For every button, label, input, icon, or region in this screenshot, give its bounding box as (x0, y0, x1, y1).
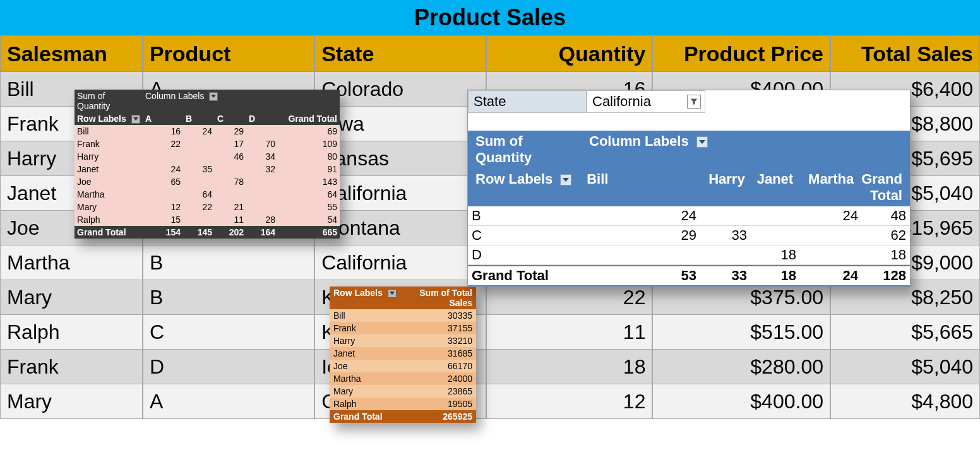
col-state[interactable]: State (314, 36, 486, 72)
table-row[interactable]: Martha6464 (75, 188, 340, 201)
table-row[interactable]: Mary12222155 (75, 201, 340, 213)
pivot-qty-california[interactable]: State California Sum of Quantity Column … (467, 90, 911, 287)
pivot-total-sales-by-salesman[interactable]: Row Labels Sum of Total Sales Bill30335F… (330, 287, 476, 423)
dropdown-icon[interactable] (560, 174, 571, 186)
table-row[interactable]: Frank37155 (330, 322, 476, 334)
table-row[interactable]: Ralph19505 (330, 398, 476, 410)
table-row[interactable]: C293362 (468, 226, 910, 245)
dropdown-icon[interactable] (696, 136, 708, 148)
filter-field[interactable]: State (468, 90, 587, 113)
pivot-qty-by-salesman-product[interactable]: Sum of Quantity Column Labels Row Labels… (75, 90, 340, 239)
table-row[interactable]: MaryAColorado12$400.00$4,800 (0, 384, 980, 419)
pivot1-row-label: Row Labels (77, 114, 126, 124)
table-row[interactable]: Bill30335 (330, 309, 476, 322)
dropdown-icon[interactable] (131, 115, 140, 124)
dropdown-icon[interactable] (388, 289, 397, 298)
pivot1-col-label: Column Labels (145, 91, 204, 101)
table-row[interactable]: Frank221770109 (75, 138, 340, 150)
table-row[interactable]: Janet31685 (330, 347, 476, 360)
table-row[interactable]: Janet24353291 (75, 163, 340, 175)
pivot1-sum-label: Sum of Quantity (75, 90, 143, 112)
col-price[interactable]: Product Price (652, 36, 830, 72)
table-row[interactable]: Bill16242969 (75, 125, 340, 138)
col-salesman[interactable]: Salesman (0, 36, 143, 72)
table-row[interactable]: Joe6578143 (75, 175, 340, 188)
table-row[interactable]: RalphCKansas11$515.00$5,665 (0, 315, 980, 350)
table-row[interactable]: Ralph15112854 (75, 213, 340, 226)
filter-value[interactable]: California (587, 90, 705, 113)
table-row[interactable]: Harry463480 (75, 150, 340, 163)
col-quantity[interactable]: Quantity (486, 36, 652, 72)
page-title: Product Sales (0, 0, 980, 36)
table-row[interactable]: Harry33210 (330, 334, 476, 347)
table-row[interactable]: FrankDIowa18$280.00$5,040 (0, 350, 980, 384)
col-product[interactable]: Product (143, 36, 314, 72)
table-row[interactable]: B242448 (468, 206, 910, 226)
table-row[interactable]: D1818 (468, 245, 910, 265)
table-row[interactable]: Joe66170 (330, 360, 476, 372)
column-header-row: Salesman Product State Quantity Product … (0, 36, 980, 72)
filter-icon[interactable] (687, 95, 701, 109)
table-row[interactable]: Martha24000 (330, 372, 476, 385)
dropdown-icon[interactable] (209, 92, 218, 101)
table-row[interactable]: Mary23865 (330, 385, 476, 398)
col-total[interactable]: Total Sales (830, 36, 980, 72)
